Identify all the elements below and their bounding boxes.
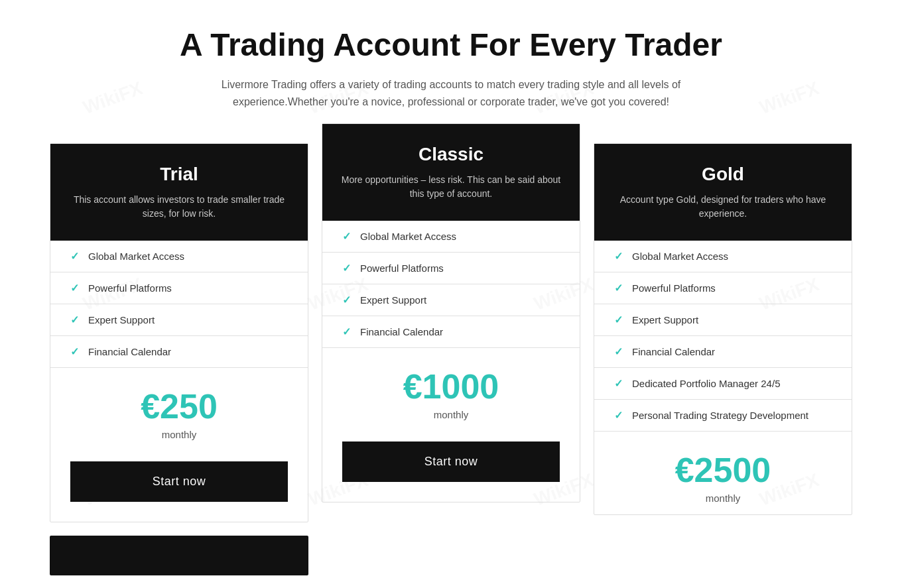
feature-label: Expert Support bbox=[88, 314, 155, 325]
card-trial-title: Trial bbox=[64, 164, 294, 185]
feature-item: ✓ Global Market Access bbox=[50, 241, 308, 272]
card-trial: Trial This account allows investors to t… bbox=[50, 143, 308, 522]
feature-item: ✓ Powerful Platforms bbox=[594, 272, 852, 304]
feature-item: ✓ Expert Support bbox=[50, 304, 308, 336]
feature-item: ✓ Global Market Access bbox=[322, 221, 580, 253]
card-bottom-classic-placeholder bbox=[322, 536, 580, 575]
page-header: A Trading Account For Every Trader Liver… bbox=[27, 27, 875, 110]
card-trial-header: Trial This account allows investors to t… bbox=[50, 144, 308, 241]
classic-start-button[interactable]: Start now bbox=[342, 441, 560, 482]
feature-item: ✓ Powerful Platforms bbox=[322, 253, 580, 284]
page-title: A Trading Account For Every Trader bbox=[27, 27, 875, 63]
card-classic-price-section: €1000 monthly bbox=[322, 348, 580, 431]
feature-label: Powerful Platforms bbox=[88, 282, 172, 294]
check-icon: ✓ bbox=[70, 282, 79, 294]
feature-label: Global Market Access bbox=[632, 251, 728, 262]
card-gold-features: ✓ Global Market Access ✓ Powerful Platfo… bbox=[594, 241, 852, 432]
feature-label: Expert Support bbox=[632, 314, 698, 325]
card-classic-period: monthly bbox=[336, 409, 566, 420]
check-icon: ✓ bbox=[614, 250, 623, 263]
card-trial-price-section: €250 monthly bbox=[50, 368, 308, 451]
feature-label: Global Market Access bbox=[360, 231, 456, 242]
feature-label: Expert Support bbox=[360, 294, 426, 306]
check-icon: ✓ bbox=[342, 230, 351, 243]
cards-bottom-row bbox=[27, 536, 875, 575]
card-gold-price: €2500 bbox=[608, 450, 838, 490]
check-icon: ✓ bbox=[70, 345, 79, 358]
card-gold: Gold Account type Gold, designed for tra… bbox=[594, 143, 852, 515]
card-classic-footer: Start now bbox=[322, 431, 580, 502]
check-icon: ✓ bbox=[614, 345, 623, 358]
feature-item: ✓ Financial Calendar bbox=[594, 336, 852, 368]
feature-item: ✓ Expert Support bbox=[322, 284, 580, 316]
feature-item: ✓ Personal Trading Strategy Development bbox=[594, 400, 852, 432]
feature-label: Powerful Platforms bbox=[360, 263, 444, 274]
feature-label: Financial Calendar bbox=[632, 346, 715, 357]
card-classic-price: €1000 bbox=[336, 367, 566, 406]
card-bottom-trial-hint bbox=[50, 536, 308, 575]
card-classic-features: ✓ Global Market Access ✓ Powerful Platfo… bbox=[322, 221, 580, 348]
feature-item: ✓ Expert Support bbox=[594, 304, 852, 336]
card-classic-desc: More opportunities – less risk. This can… bbox=[336, 173, 566, 201]
card-gold-desc: Account type Gold, designed for traders … bbox=[608, 193, 838, 221]
card-classic-header: Classic More opportunities – less risk. … bbox=[322, 124, 580, 221]
feature-label: Financial Calendar bbox=[88, 346, 171, 357]
check-icon: ✓ bbox=[614, 314, 623, 326]
trial-start-button[interactable]: Start now bbox=[70, 461, 288, 502]
card-gold-header: Gold Account type Gold, designed for tra… bbox=[594, 144, 852, 241]
check-icon: ✓ bbox=[342, 325, 351, 338]
card-gold-price-section: €2500 monthly bbox=[594, 432, 852, 514]
feature-label: Personal Trading Strategy Development bbox=[632, 410, 808, 421]
card-trial-period: monthly bbox=[64, 429, 294, 440]
card-classic: Classic More opportunities – less risk. … bbox=[322, 123, 580, 502]
card-gold-period: monthly bbox=[608, 493, 838, 504]
feature-item: ✓ Global Market Access bbox=[594, 241, 852, 272]
card-trial-desc: This account allows investors to trade s… bbox=[64, 193, 294, 221]
card-trial-price: €250 bbox=[64, 386, 294, 426]
feature-label: Dedicated Portfolio Manager 24/5 bbox=[632, 378, 780, 389]
check-icon: ✓ bbox=[342, 262, 351, 274]
page-subtitle: Livermore Trading offers a variety of tr… bbox=[219, 76, 683, 110]
feature-item: ✓ Financial Calendar bbox=[322, 316, 580, 348]
card-bottom-gold-placeholder bbox=[594, 536, 852, 575]
feature-item: ✓ Financial Calendar bbox=[50, 336, 308, 368]
check-icon: ✓ bbox=[70, 250, 79, 263]
feature-label: Financial Calendar bbox=[360, 326, 443, 337]
check-icon: ✓ bbox=[614, 409, 623, 422]
check-icon: ✓ bbox=[614, 377, 623, 390]
check-icon: ✓ bbox=[70, 314, 79, 326]
feature-item: ✓ Powerful Platforms bbox=[50, 272, 308, 304]
check-icon: ✓ bbox=[614, 282, 623, 294]
card-classic-title: Classic bbox=[336, 144, 566, 165]
check-icon: ✓ bbox=[342, 294, 351, 306]
feature-label: Global Market Access bbox=[88, 251, 184, 262]
page-wrapper: A Trading Account For Every Trader Liver… bbox=[0, 0, 902, 588]
feature-label: Powerful Platforms bbox=[632, 282, 716, 294]
cards-container: Trial This account allows investors to t… bbox=[27, 143, 875, 522]
feature-item: ✓ Dedicated Portfolio Manager 24/5 bbox=[594, 368, 852, 400]
card-trial-features: ✓ Global Market Access ✓ Powerful Platfo… bbox=[50, 241, 308, 368]
card-gold-title: Gold bbox=[608, 164, 838, 185]
card-trial-footer: Start now bbox=[50, 451, 308, 522]
